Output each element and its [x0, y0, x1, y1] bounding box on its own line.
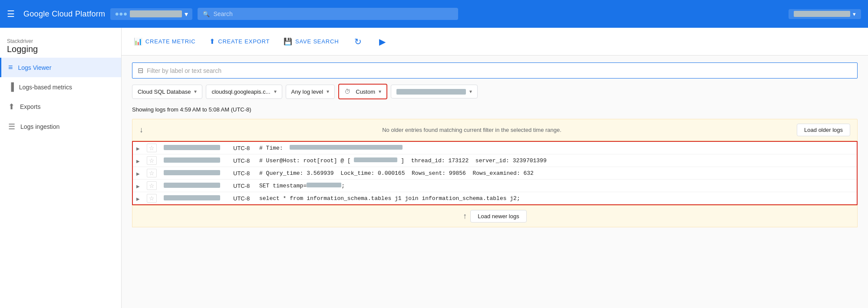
log-name-chevron-icon: ▾: [274, 88, 277, 95]
sidebar-item-logs-metrics[interactable]: ▐ Logs-based metrics: [0, 77, 121, 97]
create-export-button[interactable]: ⬆ CREATE EXPORT: [208, 34, 271, 49]
table-row: ▶ ☆ UTC-8 select * from information_sche…: [132, 192, 857, 205]
log-message: # Query_time: 3.569939 Lock_time: 0.0001…: [256, 167, 857, 180]
log-expand-cell: ▶: [132, 167, 143, 180]
log-expand-cell: ▶: [132, 154, 143, 167]
product-name: Stackdriver: [7, 38, 114, 44]
expand-icon[interactable]: ▶: [136, 171, 140, 176]
play-button[interactable]: ▶: [376, 33, 389, 50]
dropdowns-row: Cloud SQL Database ▾ cloudsql.googleapis…: [132, 84, 858, 99]
search-bar[interactable]: 🔍: [198, 8, 458, 20]
sidebar-item-exports[interactable]: ⬆ Exports: [0, 97, 121, 117]
log-blurred-cell: [160, 180, 230, 192]
create-metric-icon: 📊: [134, 37, 143, 46]
exports-icon: ⬆: [8, 102, 15, 111]
table-row: ▶ ☆ UTC-8 # Time:: [132, 141, 857, 154]
resource-chevron-icon: ▾: [194, 88, 197, 95]
sidebar-item-label: Exports: [20, 103, 40, 110]
log-level-dropdown[interactable]: Any log level ▾: [286, 85, 335, 99]
time-range-dropdown[interactable]: ⏱ Custom ▾: [338, 84, 387, 99]
log-star-cell: ☆: [143, 192, 160, 205]
log-timezone: UTC-8: [230, 192, 256, 205]
log-timezone: UTC-8: [230, 167, 256, 180]
log-expand-cell: ▶: [132, 180, 143, 192]
logs-time-to: 5:08 AM: [208, 106, 229, 113]
logs-time-header: Showing logs from 4:59 AM to 5:08 AM (UT…: [132, 105, 858, 115]
resource-dropdown[interactable]: Cloud SQL Database ▾: [132, 85, 202, 99]
log-expand-cell: ▶: [132, 192, 143, 205]
filter-input[interactable]: [147, 67, 852, 74]
log-blurred-cell: [160, 192, 230, 205]
up-arrow-icon: ↑: [463, 212, 467, 221]
log-star-cell: ☆: [143, 180, 160, 192]
time-range-chevron-icon: ▾: [379, 88, 381, 95]
project-name: [130, 10, 182, 17]
toolbar: 📊 CREATE METRIC ⬆ CREATE EXPORT 💾 SAVE S…: [122, 28, 868, 56]
refresh-button[interactable]: ↻: [351, 33, 365, 50]
log-star-cell: ☆: [143, 167, 160, 180]
star-icon[interactable]: ☆: [147, 156, 157, 165]
log-blurred-cell: [160, 141, 230, 154]
project-icon: ●●●: [115, 10, 127, 18]
sidebar-item-label: Logs Viewer: [18, 64, 52, 71]
product-title: Logging: [7, 44, 114, 54]
content-inner: ⊟ Cloud SQL Database ▾ cloudsql.googleap…: [122, 56, 868, 234]
time-range-label: Custom: [356, 88, 375, 95]
account-dropdown[interactable]: ▾: [789, 9, 861, 19]
down-arrow-icon: ↓: [139, 125, 143, 134]
star-icon[interactable]: ☆: [147, 169, 157, 177]
account-filter-chevron-icon: ▾: [469, 88, 472, 95]
logs-table: ▶ ☆ UTC-8 # Time:: [132, 141, 858, 205]
create-export-icon: ⬆: [209, 37, 215, 46]
logs-timezone: (UTC-8): [231, 106, 251, 113]
star-icon[interactable]: ☆: [147, 194, 157, 203]
sidebar-item-logs-viewer[interactable]: ≡ Logs Viewer: [0, 58, 121, 77]
account-chevron-icon: ▾: [853, 11, 856, 17]
log-blurred-cell: [160, 167, 230, 180]
log-expand-cell: ▶: [132, 141, 143, 154]
log-name-dropdown[interactable]: cloudsql.googleapis.c... ▾: [206, 85, 282, 99]
log-star-cell: ☆: [143, 141, 160, 154]
logs-viewer-icon: ≡: [8, 63, 13, 72]
app-logo: Google Cloud Platform: [23, 10, 105, 19]
expand-icon[interactable]: ▶: [136, 197, 140, 201]
filter-bar: ⊟: [132, 62, 858, 79]
expand-icon[interactable]: ▶: [136, 159, 140, 164]
main-layout: Stackdriver Logging ≡ Logs Viewer ▐ Logs…: [0, 28, 868, 308]
table-row: ▶ ☆ UTC-8 # Query_time: 3.569939 Lock_ti…: [132, 167, 857, 180]
project-chevron-icon: ▾: [185, 10, 188, 18]
create-metric-button[interactable]: 📊 CREATE METRIC: [132, 34, 197, 49]
log-timezone: UTC-8: [230, 141, 256, 154]
project-selector[interactable]: ●●● ▾: [110, 8, 192, 20]
log-timezone: UTC-8: [230, 180, 256, 192]
load-newer-logs-button[interactable]: Load newer logs: [470, 210, 526, 223]
no-older-entries-text: No older entries found matching current …: [147, 127, 797, 133]
search-input[interactable]: [213, 10, 453, 17]
expand-icon[interactable]: ▶: [136, 184, 140, 189]
log-name-label: cloudsql.googleapis.c...: [211, 88, 270, 95]
log-level-label: Any log level: [291, 88, 323, 95]
load-newer-banner: ↑ Load newer logs: [132, 205, 858, 227]
account-filter-blurred: [396, 89, 466, 95]
sidebar-header: Stackdriver Logging: [0, 31, 121, 58]
log-timezone: UTC-8: [230, 154, 256, 167]
star-icon[interactable]: ☆: [147, 144, 157, 152]
menu-icon[interactable]: ☰: [7, 9, 15, 19]
save-search-icon: 💾: [284, 37, 293, 46]
filter-icon: ⊟: [138, 66, 143, 75]
star-icon[interactable]: ☆: [147, 181, 157, 190]
nav-right: ▾: [789, 9, 861, 19]
log-level-chevron-icon: ▾: [327, 88, 329, 95]
sidebar-item-logs-ingestion[interactable]: ☰ Logs ingestion: [0, 117, 121, 137]
load-older-logs-button[interactable]: Load older logs: [797, 124, 850, 136]
account-filter-dropdown[interactable]: ▾: [391, 85, 478, 98]
expand-icon[interactable]: ▶: [136, 146, 140, 151]
logs-time-from: 4:59 AM: [180, 106, 201, 113]
top-nav: ☰ Google Cloud Platform ●●● ▾ 🔍 ▾: [0, 0, 868, 28]
content-area: ⊟ Cloud SQL Database ▾ cloudsql.googleap…: [122, 56, 868, 308]
save-search-button[interactable]: 💾 SAVE SEARCH: [282, 34, 340, 49]
table-row: ▶ ☆ UTC-8 SET timestamp= ;: [132, 180, 857, 192]
play-icon: ▶: [379, 36, 386, 47]
search-icon: 🔍: [203, 11, 210, 17]
sidebar-item-label: Logs-based metrics: [19, 84, 72, 91]
